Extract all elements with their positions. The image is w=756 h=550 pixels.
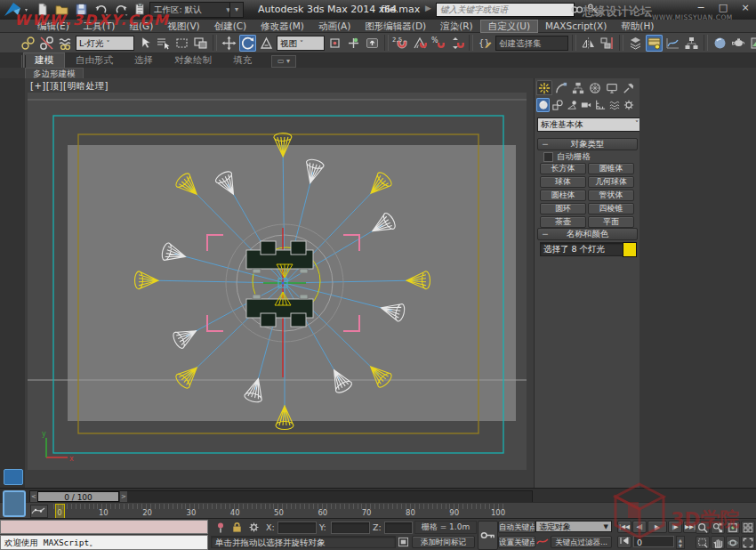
infocenter-search-input[interactable]: 键入关键字或短语 [436, 3, 575, 17]
tab-utilities[interactable] [621, 80, 637, 95]
maximize-button[interactable]: □ [716, 1, 730, 15]
name-color-rollout-header[interactable]: −名称和颜色 [537, 228, 638, 240]
rectangular-selection-region-icon[interactable] [173, 35, 190, 52]
snaps-toggle-icon[interactable]: 2.5 [392, 35, 409, 52]
select-and-manipulate-icon[interactable] [345, 35, 362, 52]
subtab-cameras[interactable] [579, 98, 592, 112]
previous-frame-arrow[interactable]: < [30, 491, 37, 502]
objtype-button-四棱锥[interactable]: 四棱锥 [588, 203, 634, 214]
time-slider-track[interactable]: < 0 / 100 > [29, 490, 533, 503]
menu-渲染(R)[interactable]: 渲染(R) [433, 20, 480, 33]
key-filter-dropdown[interactable]: 选定对象▼ [535, 521, 612, 532]
autogrid-checkbox[interactable] [543, 152, 553, 162]
macro-recorder-field[interactable] [0, 520, 208, 534]
menu-自定义(U)[interactable]: 自定义(U) [480, 20, 538, 33]
curve-editor-icon[interactable] [664, 35, 681, 52]
mini-curve-editor-button[interactable] [30, 505, 48, 518]
unlink-icon[interactable] [38, 35, 55, 52]
material-editor-icon[interactable] [712, 35, 728, 52]
minimize-button[interactable]: − [694, 1, 708, 15]
viewport-layout-tab-button[interactable] [4, 469, 23, 485]
use-pivot-center-icon[interactable] [326, 35, 343, 52]
subtab-systems[interactable] [622, 98, 635, 112]
objtype-button-平面[interactable]: 平面 [588, 216, 634, 228]
selection-filter-dropdown[interactable]: L-灯光˅ [76, 36, 134, 51]
tab-motion[interactable] [587, 80, 603, 95]
menu-修改器(M)[interactable]: 修改器(M) [253, 20, 311, 33]
ribbon-tab-选择[interactable]: 选择 [124, 53, 164, 68]
schematic-view-icon[interactable] [683, 35, 700, 52]
close-button[interactable]: × [738, 1, 752, 15]
edit-named-selection-sets-icon[interactable]: {} [477, 35, 494, 52]
absolute-offset-gear-icon[interactable] [248, 522, 262, 535]
tab-modify[interactable] [553, 80, 569, 95]
viewport-label[interactable]: [+][顶][明暗处理] [30, 80, 109, 93]
ribbon-tab-建模[interactable]: 建模 [23, 53, 65, 68]
selection-lock-pin-icon[interactable] [214, 522, 229, 535]
viewport-layout-tabs-button[interactable] [3, 490, 26, 517]
objtype-button-几何球体[interactable]: 几何球体 [588, 176, 634, 188]
ribbon-tab-填充[interactable]: 填充 [222, 53, 262, 68]
bind-to-space-warp-icon[interactable] [57, 35, 74, 52]
objtype-button-茶壶[interactable]: 茶壶 [540, 216, 586, 228]
select-and-rotate-icon[interactable] [239, 35, 256, 52]
named-selection-sets-field[interactable]: 创建选择集 [495, 36, 568, 51]
z-coord-field[interactable] [384, 522, 413, 534]
maxscript-listener-field[interactable]: 欢迎使用 MAXScript。 [0, 535, 208, 550]
subtab-shapes[interactable] [551, 98, 564, 112]
objtype-button-长方体[interactable]: 长方体 [540, 163, 586, 174]
select-by-name-icon[interactable] [155, 35, 172, 52]
ribbon-minimize-button[interactable]: ▭ ▾ [271, 55, 296, 68]
mirror-icon[interactable] [580, 35, 597, 52]
object-color-swatch[interactable] [623, 242, 637, 257]
object-type-rollout-header[interactable]: −对象类型 [537, 138, 638, 150]
rendered-frame-window-icon[interactable] [749, 35, 756, 52]
y-coord-field[interactable] [331, 522, 370, 534]
infocenter-arrow[interactable]: ▶ [425, 4, 431, 12]
subtab-geometry[interactable] [536, 98, 550, 112]
next-frame-arrow[interactable]: > [120, 491, 127, 502]
subtab-space-warps[interactable] [607, 98, 621, 112]
key-filters-button[interactable]: 关键点过滤器... [551, 536, 612, 548]
subtab-helpers[interactable] [593, 98, 607, 112]
toggle-set-key-mode-button[interactable] [478, 521, 498, 550]
spinner-snap-icon[interactable] [448, 35, 465, 52]
render-setup-icon[interactable] [730, 35, 747, 52]
ribbon-toggle-icon[interactable] [646, 35, 663, 52]
viewport-top[interactable]: x y [+][顶][明暗处理] [25, 78, 534, 488]
keyboard-shortcut-override-icon[interactable] [364, 35, 381, 52]
tab-create[interactable] [536, 80, 552, 95]
auto-key-button[interactable]: 自动关键点 [498, 521, 535, 533]
percent-snap-icon[interactable]: % [430, 35, 446, 52]
select-and-link-icon[interactable] [20, 35, 36, 52]
select-object-icon[interactable] [136, 35, 153, 52]
x-coord-field[interactable] [277, 522, 317, 534]
menu-创建(C)[interactable]: 创建(C) [207, 20, 254, 33]
maximize-viewport-toggle-icon[interactable] [741, 536, 755, 549]
select-and-move-icon[interactable] [221, 35, 237, 52]
objtype-button-圆环[interactable]: 圆环 [540, 203, 586, 214]
tab-hierarchy[interactable] [570, 80, 586, 95]
align-icon[interactable] [599, 35, 615, 52]
window-crossing-icon[interactable] [192, 35, 209, 52]
tab-display[interactable] [604, 80, 620, 95]
add-time-tag-button[interactable]: 添加时间标记 [412, 536, 475, 548]
lock-icon[interactable] [231, 522, 245, 535]
reference-coordinate-dropdown[interactable]: 视图˅ [277, 36, 325, 51]
object-name-field[interactable]: 选择了 8 个灯光 [540, 242, 625, 256]
menu-图形编辑器(D)[interactable]: 图形编辑器(D) [358, 20, 433, 33]
primitive-category-dropdown[interactable]: 标准基本体˅ [537, 117, 642, 132]
select-and-scale-icon[interactable] [258, 35, 275, 52]
set-key-button[interactable]: 设置关键点 [498, 536, 535, 548]
current-frame-marker[interactable] [55, 504, 65, 519]
objtype-button-圆锥体[interactable]: 圆锥体 [588, 163, 634, 174]
objtype-button-管状体[interactable]: 管状体 [588, 190, 634, 201]
ribbon-tab-自由形式[interactable]: 自由形式 [65, 53, 124, 68]
ribbon-tab-对象绘制[interactable]: 对象绘制 [164, 53, 222, 68]
time-slider-handle[interactable]: 0 / 100 [37, 491, 119, 502]
layer-manager-icon[interactable] [627, 35, 644, 52]
isolate-selection-icon[interactable] [398, 537, 412, 550]
objtype-button-圆柱体[interactable]: 圆柱体 [540, 190, 586, 201]
angle-snap-icon[interactable] [411, 35, 428, 52]
menu-MAXScript(X)[interactable]: MAXScript(X) [538, 20, 614, 33]
